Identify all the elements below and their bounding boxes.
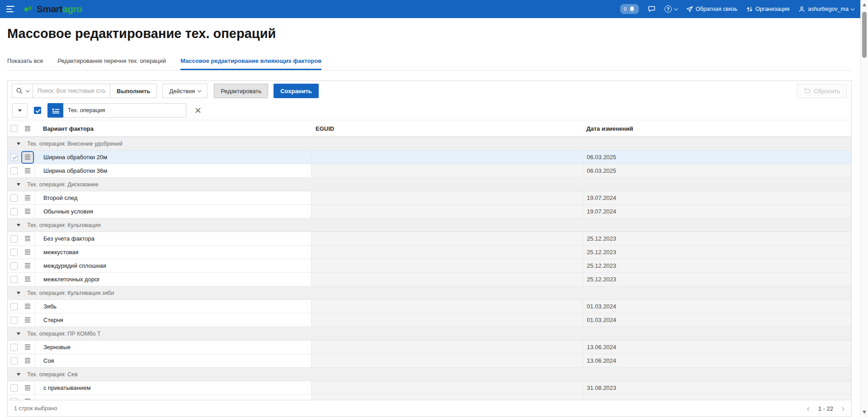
cell-eguid[interactable] [311,273,583,286]
group-row[interactable]: Тех. операция: Культивация зяби [8,286,851,300]
nav-menu-icon[interactable] [6,6,15,12]
organization-button[interactable]: Организация [746,6,789,13]
column-header-factor[interactable]: Вариант фактора [35,125,311,132]
row-checkbox[interactable] [10,384,18,392]
cell-factor[interactable] [35,395,311,400]
tab-edit-operations-list[interactable]: Редактирование перечня тех. операций [57,57,166,70]
row-checkbox[interactable] [10,167,18,175]
tab-show-all[interactable]: Показать все [7,57,43,70]
cell-factor[interactable]: Соя [35,354,311,368]
cell-factor[interactable]: с прикатыванием [35,381,311,395]
help-menu[interactable]: ? [665,5,677,13]
feedback-button[interactable]: Обратная связь [686,6,737,13]
remove-break-icon[interactable]: ✕ [194,106,202,115]
save-button[interactable]: Сохранить [274,84,319,98]
group-collapse-icon[interactable] [17,332,20,335]
group-row[interactable]: Тех. операция: Культивация [8,218,851,232]
group-row[interactable]: Тех. операция: Дискование [8,178,851,191]
cell-eguid[interactable] [311,341,583,354]
row-menu-button[interactable] [22,247,33,258]
reset-button[interactable]: Сбросить [797,84,847,98]
row-checkbox[interactable] [10,344,18,351]
row-menu-button[interactable] [22,166,33,176]
row-menu-button[interactable] [22,274,33,285]
cell-date[interactable] [583,395,851,400]
row-checkbox[interactable] [10,194,18,202]
cell-eguid[interactable] [311,191,583,205]
cell-factor[interactable]: Ширина обработки 20м [35,151,311,164]
group-row[interactable]: Тех. операция: ПР КОМбо Т [8,327,851,341]
row-menu-button[interactable] [22,261,33,271]
row-menu-button[interactable] [22,233,33,244]
column-header-date[interactable]: Дата изменений [583,125,851,132]
group-collapse-icon[interactable] [17,224,20,227]
row-menu-button[interactable] [22,342,33,353]
cell-date[interactable]: 25.12.2023 [583,273,851,286]
go-button[interactable]: Выполнить [110,84,157,98]
cell-date[interactable]: 01.03.2024 [583,300,851,313]
cell-eguid[interactable] [311,313,583,327]
row-menu-button[interactable] [22,152,33,163]
cell-date[interactable]: 06.03.2025 [583,164,851,178]
cell-date[interactable]: 19.07.2024 [583,205,851,218]
row-checkbox[interactable] [10,208,18,215]
scrollbar-down-icon[interactable] [863,411,866,414]
cell-date[interactable]: 06.03.2025 [583,151,851,164]
cell-factor[interactable]: Зерновые [35,341,311,354]
group-collapse-icon[interactable] [17,142,20,145]
group-collapse-icon[interactable] [17,292,20,294]
header-menu-icon[interactable] [24,126,31,132]
group-collapse-icon[interactable] [17,183,20,186]
row-checkbox[interactable] [10,262,18,270]
row-checkbox[interactable] [10,235,18,242]
row-menu-button[interactable] [22,355,33,366]
cell-factor[interactable]: Без учета фактора [35,232,311,246]
row-menu-button[interactable] [22,383,33,393]
cell-factor[interactable]: Зябь [35,300,311,313]
row-menu-button[interactable] [22,396,33,400]
row-checkbox[interactable] [10,154,18,161]
break-enabled-checkbox[interactable] [34,107,41,114]
cell-date[interactable]: 19.07.2024 [583,191,851,205]
row-checkbox[interactable] [10,276,18,283]
search-column-selector-button[interactable] [12,84,33,98]
row-menu-button[interactable] [22,206,33,217]
tab-mass-edit-factors[interactable]: Массовое редактирование влияющих факторо… [180,57,321,70]
cell-eguid[interactable] [311,205,583,218]
column-header-eguid[interactable]: EGUID [311,125,583,132]
app-logo[interactable]: Smartagro [23,4,82,14]
cell-factor[interactable]: Второй след [35,191,311,205]
pagination-next-icon[interactable]: › [841,404,845,413]
notifications-button[interactable]: 0 [620,4,639,14]
page-scrollbar[interactable] [860,0,868,417]
cell-date[interactable]: 25.12.2023 [583,246,851,259]
edit-button[interactable]: Редактировать [214,84,268,98]
row-menu-button[interactable] [22,315,33,326]
cell-eguid[interactable] [311,246,583,259]
cell-factor[interactable]: междурядий сплошная [35,259,311,273]
cell-date[interactable]: 25.12.2023 [583,259,851,273]
cell-factor[interactable]: Ширина обработки 36м [35,164,311,178]
cell-eguid[interactable] [311,354,583,368]
user-menu[interactable]: ashurbegov_ma [798,6,854,13]
row-menu-button[interactable] [22,301,33,312]
cell-date[interactable]: 13.06.2024 [583,341,851,354]
row-checkbox[interactable] [10,317,18,324]
cell-factor[interactable]: Обычные условия [35,205,311,218]
cell-date[interactable]: 01.03.2024 [583,313,851,327]
cell-eguid[interactable] [311,151,583,164]
scrollbar-thumb[interactable] [862,12,867,58]
break-column-input[interactable] [63,103,186,118]
actions-menu-button[interactable]: Действия [162,84,208,98]
cell-date[interactable]: 31.08.2023 [583,381,851,395]
cell-factor[interactable]: Стерня [35,313,311,327]
cell-factor[interactable]: межклеточных дорог [35,273,311,286]
select-all-checkbox[interactable] [10,125,18,132]
group-row[interactable]: Тех. операция: Внесение удобрений [8,137,851,151]
pagination-prev-icon[interactable]: ‹ [807,404,810,413]
chat-button[interactable] [648,5,656,13]
cell-date[interactable]: 13.06.2024 [583,354,851,368]
row-checkbox[interactable] [10,249,18,256]
group-row[interactable]: Тех. операция: Сев [8,368,851,381]
cell-eguid[interactable] [311,381,583,395]
